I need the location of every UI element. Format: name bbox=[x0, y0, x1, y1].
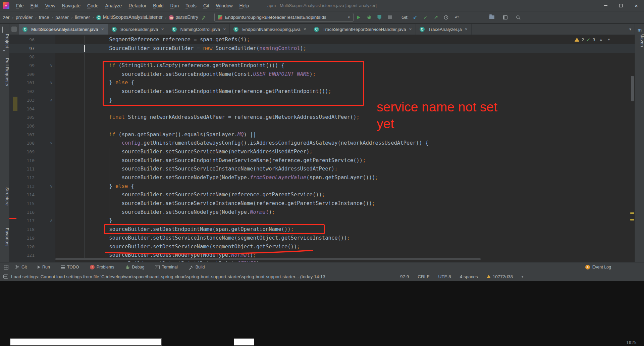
code-line[interactable]: 111 sourceBuilder.setSourceServiceInstan… bbox=[9, 165, 635, 174]
event-log-button[interactable]: 4 Event Log bbox=[585, 265, 611, 269]
code-line[interactable]: 101∨ } else { bbox=[9, 79, 635, 87]
close-button[interactable]: × bbox=[629, 0, 644, 11]
code-line[interactable]: 119 sourceBuilder.setDestServiceInstance… bbox=[9, 234, 635, 243]
code-line[interactable]: 102 sourceBuilder.setSourceEndpointName(… bbox=[9, 87, 635, 96]
build-hammer-icon[interactable] bbox=[199, 13, 209, 22]
menu-navigate[interactable]: Navigate bbox=[59, 0, 84, 11]
code-line[interactable]: 109 sourceBuilder.setSourceServiceName(n… bbox=[9, 148, 635, 156]
prev-issue-icon[interactable]: ▲ bbox=[599, 38, 603, 41]
code-viewport[interactable]: 96 SegmentReference reference = span.get… bbox=[9, 35, 635, 262]
fold-open-icon[interactable]: ∨ bbox=[48, 61, 54, 70]
code-line[interactable]: 105 final String networkAddressUsedAtPee… bbox=[9, 113, 635, 122]
code-line[interactable]: 117∧ } bbox=[9, 216, 635, 225]
code-line[interactable]: 113∨ } else { bbox=[9, 182, 635, 191]
rollback-button[interactable]: ↶ bbox=[451, 13, 462, 22]
code-line[interactable]: 112 sourceBuilder.setSourceNodeType(Node… bbox=[9, 174, 635, 182]
tool-window-button-run[interactable]: Run bbox=[38, 265, 50, 270]
code-line[interactable]: 97 SourceBuilder sourceBuilder = new Sou… bbox=[9, 44, 635, 53]
code-line[interactable]: 108∨ config.getUninstrumentedGatewaysCon… bbox=[9, 139, 635, 148]
code-line[interactable]: 107 if (span.getSpanLayer().equals(SpanL… bbox=[9, 131, 635, 139]
line-number[interactable]: 110 bbox=[9, 156, 55, 165]
menu-tools[interactable]: Tools bbox=[182, 0, 200, 11]
inspection-widget[interactable]: 2 ✓ 3 ▲ ▼ bbox=[575, 37, 611, 42]
menu-edit[interactable]: Edit bbox=[27, 0, 42, 11]
code-line[interactable]: 98 bbox=[9, 53, 635, 61]
line-number[interactable]: 107 bbox=[9, 131, 55, 139]
run-configuration-select[interactable]: EndpointGroupingRuleReaderTest.testEndpi… bbox=[214, 13, 354, 22]
line-separator-widget[interactable]: CRLF bbox=[418, 274, 429, 279]
maximize-button[interactable] bbox=[613, 0, 629, 11]
tool-window-button-todo[interactable]: TODO bbox=[61, 265, 79, 270]
code-line[interactable]: 120 sourceBuilder.setDestServiceName(seg… bbox=[9, 243, 635, 251]
fold-open-icon[interactable]: ∨ bbox=[48, 139, 54, 148]
search-everywhere-button[interactable] bbox=[513, 13, 523, 22]
breadcrumb-item[interactable]: CMultiScopesAnalysisListener bbox=[96, 14, 163, 20]
line-number[interactable]: 97 bbox=[9, 44, 55, 53]
code-line[interactable]: 116 sourceBuilder.setSourceNodeType(Node… bbox=[9, 208, 635, 217]
tool-window-button-git[interactable]: Git bbox=[15, 265, 27, 270]
editor-tab[interactable]: CNamingControl.java× bbox=[168, 24, 230, 35]
line-number[interactable]: 102 bbox=[9, 87, 55, 96]
line-number[interactable]: 112 bbox=[9, 174, 55, 182]
menu-view[interactable]: View bbox=[42, 0, 59, 11]
menu-git[interactable]: Git bbox=[200, 0, 213, 11]
code-line[interactable]: 96 SegmentReference reference = span.get… bbox=[9, 36, 635, 44]
fold-open-icon[interactable]: ∨ bbox=[48, 79, 54, 87]
tool-window-button-terminal[interactable]: >_Terminal bbox=[155, 265, 177, 270]
code-line[interactable]: 118 sourceBuilder.setDestEndpointName(sp… bbox=[9, 225, 635, 234]
indent-widget[interactable]: 4 spaces bbox=[460, 274, 478, 279]
sidebar-item-favorites[interactable]: Favorites bbox=[0, 228, 9, 247]
line-number[interactable]: 109 bbox=[9, 148, 55, 156]
caret-position-widget[interactable]: 97:9 bbox=[400, 274, 409, 279]
line-number[interactable]: 119 bbox=[9, 234, 55, 243]
editor-tab[interactable]: CMultiScopesAnalysisListener.java× bbox=[19, 24, 108, 35]
stop-button[interactable] bbox=[385, 13, 395, 22]
menu-window[interactable]: Window bbox=[213, 0, 236, 11]
tool-window-button-problems[interactable]: !Problems bbox=[90, 265, 114, 270]
push-button[interactable]: ↗ bbox=[431, 13, 441, 22]
code-line[interactable]: 100 sourceBuilder.setSourceEndpointName(… bbox=[9, 70, 635, 79]
editor-tab[interactable]: CTraceAnalyzer.ja× bbox=[416, 24, 472, 35]
line-number[interactable]: 100 bbox=[9, 70, 55, 79]
line-number[interactable]: 111 bbox=[9, 165, 55, 174]
tab-close-icon[interactable]: × bbox=[223, 27, 226, 32]
line-number[interactable]: 105 bbox=[9, 113, 55, 122]
breadcrumb-item[interactable]: parser bbox=[55, 15, 69, 20]
line-number[interactable]: 106 bbox=[9, 122, 55, 131]
encoding-widget[interactable]: UTF-8 bbox=[438, 274, 451, 279]
tab-close-icon[interactable]: × bbox=[304, 27, 306, 32]
code-line[interactable]: 104 bbox=[9, 105, 635, 113]
hidden-tabs-chevron-icon[interactable]: ▾ bbox=[629, 24, 631, 35]
breadcrumb-item[interactable]: zer bbox=[3, 15, 10, 20]
fold-open-icon[interactable]: ∨ bbox=[48, 182, 54, 191]
line-number[interactable]: 116 bbox=[9, 208, 55, 217]
menu-analyze[interactable]: Analyze bbox=[102, 0, 125, 11]
git-hash-widget[interactable]: 10772d38 bbox=[487, 274, 513, 279]
fold-close-icon[interactable]: ∧ bbox=[48, 96, 54, 105]
tool-window-button-build[interactable]: Build bbox=[189, 265, 205, 270]
tab-close-icon[interactable]: × bbox=[161, 27, 164, 32]
code-line[interactable]: 106 bbox=[9, 122, 635, 131]
minimize-button[interactable] bbox=[598, 0, 613, 11]
layout-button[interactable] bbox=[500, 13, 510, 22]
fold-close-icon[interactable]: ∧ bbox=[48, 216, 54, 225]
tab-close-icon[interactable]: × bbox=[409, 27, 412, 32]
line-number[interactable]: 118 bbox=[9, 225, 55, 234]
menu-file[interactable]: File bbox=[13, 0, 27, 11]
breadcrumb-item[interactable]: trace bbox=[39, 15, 50, 20]
breadcrumb-item[interactable]: mparseEntry bbox=[168, 14, 199, 20]
editor-tab[interactable]: CTraceSegmentReportServiceHandler.java× bbox=[310, 24, 416, 35]
sidebar-item-structure[interactable]: Structure bbox=[0, 187, 9, 206]
menu-build[interactable]: Build bbox=[150, 0, 167, 11]
chevron-down-icon[interactable]: ▾ bbox=[522, 275, 523, 279]
update-project-button[interactable]: ↙ bbox=[410, 13, 420, 22]
code-line[interactable]: 115 sourceBuilder.setSourceServiceInstan… bbox=[9, 199, 635, 208]
editor-tab[interactable]: CSourceBuilder.java× bbox=[108, 24, 168, 35]
code-line[interactable]: 110 sourceBuilder.setSourceEndpointOwner… bbox=[9, 156, 635, 165]
sidebar-item-maven[interactable]: Maven bbox=[635, 34, 644, 47]
tool-window-button-debug[interactable]: Debug bbox=[125, 265, 145, 270]
line-number[interactable]: 120 bbox=[9, 243, 55, 251]
tool-window-switcher-icon[interactable] bbox=[4, 265, 8, 269]
next-issue-icon[interactable]: ▼ bbox=[607, 38, 611, 41]
commit-button[interactable]: ✓ bbox=[420, 13, 431, 22]
